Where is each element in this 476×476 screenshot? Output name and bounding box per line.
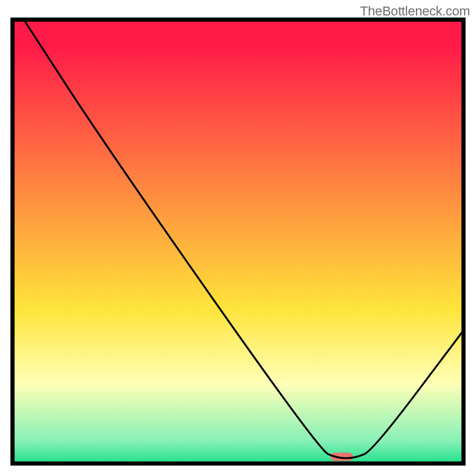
attribution-label: TheBottleneck.com: [360, 4, 470, 19]
bottleneck-chart: [0, 0, 476, 476]
chart-container: TheBottleneck.com: [0, 0, 476, 476]
plot-background: [12, 20, 464, 464]
